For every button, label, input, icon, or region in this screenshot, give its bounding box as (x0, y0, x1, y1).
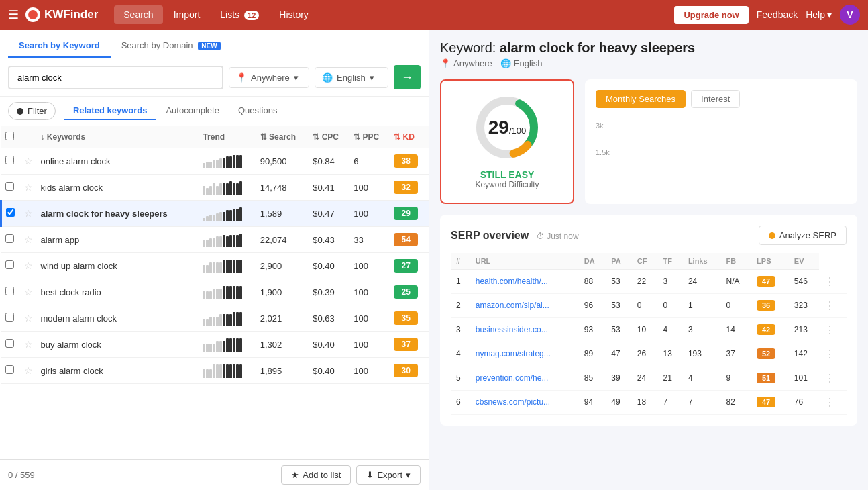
star-icon[interactable]: ☆ (24, 313, 33, 324)
lps-cell: 36 (751, 293, 789, 317)
lps-cell: 52 (751, 342, 789, 366)
serp-row[interactable]: 3 businessinsider.co... 93 53 10 4 3 14 … (451, 317, 847, 342)
avatar[interactable]: V (840, 5, 860, 25)
url-cell: prevention.com/he... (470, 366, 579, 390)
location-select[interactable]: 📍 Anywhere ▾ (229, 67, 309, 88)
trend-bar (233, 183, 235, 195)
row-checkbox[interactable] (5, 313, 14, 322)
url-link[interactable]: nymag.com/strateg... (476, 349, 551, 358)
table-row[interactable]: ☆ kids alarm clock 14,748 $0.41 100 32 (1, 175, 429, 201)
table-row[interactable]: ☆ online alarm clock 90,500 $0.84 6 38 (1, 148, 429, 175)
star-icon[interactable]: ☆ (24, 182, 33, 193)
tab-related[interactable]: Related keywords (64, 102, 157, 120)
kd-label: Keyword Difficulty (475, 180, 539, 189)
chart-tabs: Monthly Searches Interest (596, 90, 847, 108)
analyze-serp-button[interactable]: Analyze SERP (759, 226, 847, 245)
tab-questions[interactable]: Questions (229, 102, 287, 120)
star-icon[interactable]: ☆ (24, 260, 33, 271)
url-link[interactable]: cbsnews.com/pictu... (476, 397, 550, 407)
serp-row[interactable]: 1 health.com/health/... 88 53 22 3 24 N/… (451, 270, 847, 294)
col-cpc[interactable]: ⇅ CPC (309, 126, 349, 148)
table-row[interactable]: ☆ best clock radio 1,900 $0.39 100 25 (1, 279, 429, 305)
row-checkbox[interactable] (5, 260, 14, 269)
table-row[interactable]: ☆ alarm app 22,074 $0.43 33 54 (1, 227, 429, 253)
serp-row[interactable]: 2 amazon.com/slp/al... 96 53 0 0 1 0 36 … (451, 293, 847, 317)
ev-cell: 546 (789, 270, 820, 294)
tab-autocomplete[interactable]: Autocomplete (156, 102, 229, 120)
nav-search[interactable]: Search (114, 5, 162, 24)
row-checkbox[interactable] (5, 234, 14, 243)
serp-row[interactable]: 6 cbsnews.com/pictu... 94 49 18 7 7 82 4… (451, 390, 847, 414)
more-icon[interactable]: ⋮ (824, 397, 835, 408)
nav-import[interactable]: Import (164, 5, 210, 24)
row-checkbox[interactable] (5, 339, 14, 348)
col-kd[interactable]: ⇅ KD (390, 126, 429, 148)
row-checkbox[interactable] (5, 287, 14, 295)
star-icon[interactable]: ☆ (24, 339, 33, 350)
serp-row[interactable]: 5 prevention.com/he... 85 39 24 21 4 9 5… (451, 366, 847, 390)
filter-button[interactable]: Filter (8, 102, 56, 120)
star-icon[interactable]: ☆ (24, 156, 33, 166)
table-row[interactable]: ☆ buy alarm clock 1,302 $0.40 100 37 (1, 332, 429, 358)
feedback-link[interactable]: Feedback (757, 9, 798, 20)
links-cell: 7 (683, 390, 721, 414)
star-icon[interactable]: ☆ (24, 234, 33, 245)
language-select[interactable]: 🌐 English ▾ (315, 67, 388, 88)
url-cell: health.com/health/... (470, 270, 579, 294)
logo[interactable]: KWFinder (25, 7, 98, 22)
search-input[interactable] (8, 66, 223, 89)
search-go-button[interactable]: → (394, 65, 421, 89)
star-icon[interactable]: ☆ (24, 208, 33, 219)
select-all-checkbox[interactable] (5, 132, 14, 140)
star-icon[interactable]: ☆ (24, 287, 33, 297)
trend-bar (209, 186, 212, 195)
table-row[interactable]: ☆ girls alarm clock 1,895 $0.40 100 30 (1, 358, 429, 384)
row-checkbox[interactable] (5, 365, 14, 374)
chart-tab-interest[interactable]: Interest (691, 90, 740, 108)
url-link[interactable]: businessinsider.co... (476, 325, 548, 334)
pa-cell: 47 (606, 342, 632, 366)
chart-tab-monthly[interactable]: Monthly Searches (596, 90, 686, 108)
export-button[interactable]: ⬇ Export ▾ (356, 465, 421, 485)
menu-icon[interactable]: ☰ (8, 7, 19, 22)
left-panel: Search by Keyword Search by Domain NEW 📍… (0, 30, 429, 490)
da-cell: 85 (579, 366, 606, 390)
more-icon[interactable]: ⋮ (824, 373, 835, 384)
more-icon[interactable]: ⋮ (824, 276, 835, 287)
serp-row[interactable]: 4 nymag.com/strateg... 89 47 26 13 193 3… (451, 342, 847, 366)
more-cell: ⋮ (819, 342, 847, 366)
col-trend: Trend (199, 126, 256, 148)
help-link[interactable]: Help ▾ (806, 9, 832, 20)
row-checkbox[interactable] (5, 182, 14, 191)
more-icon[interactable]: ⋮ (824, 348, 835, 360)
nav-history[interactable]: History (270, 5, 318, 24)
url-link[interactable]: health.com/health/... (476, 277, 548, 286)
table-row[interactable]: ☆ modern alarm clock 2,021 $0.63 100 35 (1, 305, 429, 332)
table-row[interactable]: ☆ alarm clock for heavy sleepers 1,589 $… (1, 201, 429, 227)
trend-bar (226, 314, 229, 326)
url-link[interactable]: amazon.com/slp/al... (476, 301, 549, 310)
trend-bar (236, 183, 239, 195)
table-row[interactable]: ☆ wind up alarm clock 2,900 $0.40 100 27 (1, 253, 429, 279)
more-icon[interactable]: ⋮ (824, 300, 835, 311)
url-link[interactable]: prevention.com/he... (476, 373, 549, 383)
tab-domain[interactable]: Search by Domain NEW (111, 35, 231, 58)
upgrade-button[interactable]: Upgrade now (674, 6, 748, 24)
url-cell: businessinsider.co... (470, 317, 579, 342)
tab-keyword[interactable]: Search by Keyword (8, 35, 111, 58)
new-badge: NEW (198, 42, 220, 50)
pa-cell: 53 (606, 293, 632, 317)
pa-cell: 53 (606, 317, 632, 342)
serp-col-header: URL (470, 253, 579, 270)
star-icon[interactable]: ☆ (24, 365, 33, 376)
trend-bar (239, 286, 242, 299)
trend-cell (199, 305, 256, 332)
col-search[interactable]: ⇅ Search (256, 126, 309, 148)
more-icon[interactable]: ⋮ (824, 324, 835, 336)
trend-bar (209, 317, 212, 326)
row-checkbox[interactable] (6, 208, 15, 217)
add-to-list-button[interactable]: ★ Add to list (281, 465, 351, 485)
trend-bar (233, 235, 235, 247)
nav-lists[interactable]: Lists 12 (211, 5, 268, 24)
row-checkbox[interactable] (5, 156, 14, 164)
